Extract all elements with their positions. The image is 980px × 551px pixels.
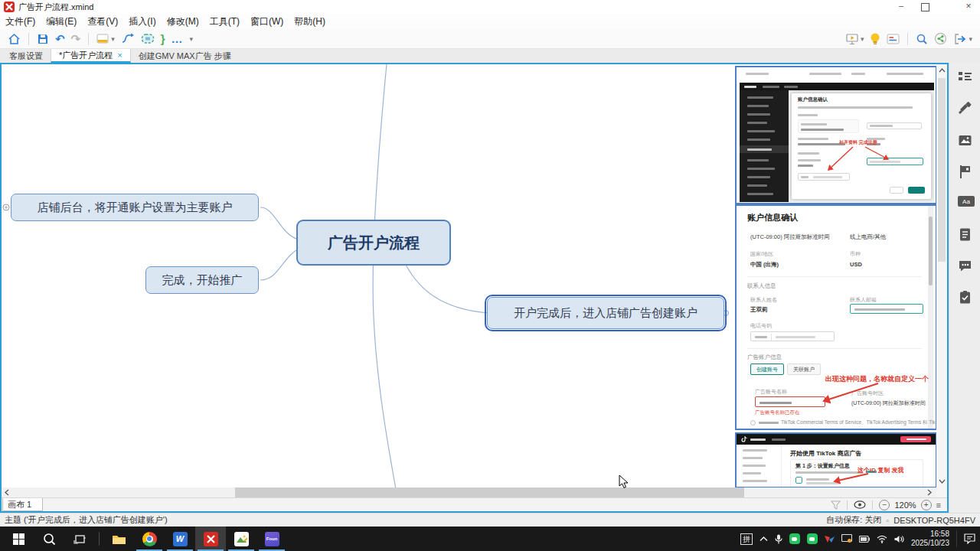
chrome-button[interactable]	[134, 527, 165, 551]
relationship-button[interactable]	[118, 31, 138, 47]
menu-tools[interactable]: 工具(T)	[204, 15, 245, 28]
summary-button[interactable]: }	[158, 31, 168, 47]
clock[interactable]: 16:58 2025/10/23	[911, 530, 949, 548]
notification-center-icon[interactable]	[964, 533, 975, 544]
toolbar-overflow-button[interactable]: ▾	[187, 31, 197, 47]
file-explorer-button[interactable]	[103, 527, 134, 551]
device-name: DESKTOP-RQ5H4FV	[893, 516, 975, 525]
taskbar-search-button[interactable]	[34, 527, 64, 551]
zoom-in-button[interactable]: +	[921, 500, 932, 510]
scroll-left-icon[interactable]	[4, 489, 10, 496]
boundary-button[interactable]	[138, 31, 158, 47]
horizontal-scroll-thumb[interactable]	[235, 487, 744, 497]
windows-logo-icon	[13, 533, 24, 545]
relationship-icon	[121, 33, 135, 44]
export-button[interactable]: ▾	[950, 31, 975, 47]
close-button[interactable]: ×	[956, 1, 980, 11]
sheet-tab-canvas1[interactable]: 画布 1	[2, 498, 43, 511]
menu-help[interactable]: 帮助(H)	[289, 15, 331, 28]
topic-style-button[interactable]: ▾	[93, 31, 118, 47]
format-brush-icon[interactable]	[958, 102, 972, 116]
maximize-button[interactable]	[921, 3, 929, 11]
search-button[interactable]	[913, 31, 931, 47]
tab-customer-service[interactable]: 客服设置	[2, 49, 51, 63]
presentation-button[interactable]: ▾	[842, 31, 867, 47]
redo-button[interactable]: ↷	[68, 31, 84, 47]
vertical-scrollbar[interactable]	[936, 64, 947, 497]
label-aa-icon[interactable]: Aa	[958, 196, 975, 207]
menu-modify[interactable]: 修改(M)	[162, 15, 204, 28]
task-clipboard-icon[interactable]	[958, 290, 972, 305]
notes-document-icon[interactable]	[958, 227, 972, 242]
menu-window[interactable]: 窗口(W)	[245, 15, 289, 28]
topic-open-account-done[interactable]: 开户完成后，进入店铺广告创建账户	[487, 297, 724, 329]
zoom-out-button[interactable]: −	[879, 500, 890, 510]
scroll-up-icon[interactable]	[939, 67, 946, 73]
scroll-down-icon[interactable]	[939, 478, 946, 484]
mindmap-canvas[interactable]: 店铺后台，将开通账户设置为主要账户 完成，开始推广 广告开户流程 开户完成后，进…	[2, 64, 947, 497]
tray-expand-icon[interactable]	[760, 536, 768, 542]
window-title: 广告开户流程.xmind	[18, 2, 93, 13]
topic-label: 完成，开始推广	[162, 273, 243, 288]
xmind-taskbar-button[interactable]	[195, 527, 226, 551]
autosave-status: 自动保存: 关闭	[826, 514, 881, 526]
zoom-level: 120%	[894, 500, 916, 510]
presentation-icon	[845, 33, 859, 45]
start-button[interactable]	[3, 527, 34, 551]
home-icon	[8, 33, 21, 45]
zoom-fit-button[interactable]: ≡	[936, 500, 941, 510]
image-node-shop-ads-start[interactable]: 开始使用 TikTok 商店广告 第 1 步：设置账户信息 这个ID 复制 发我	[735, 432, 937, 488]
undo-button[interactable]: ↶	[52, 31, 68, 47]
more-markers-button[interactable]: …	[168, 31, 187, 47]
remote-screen-icon[interactable]	[841, 534, 852, 543]
sheet-tab-label: 画布 1	[8, 499, 31, 510]
save-button[interactable]	[34, 31, 52, 47]
menu-file[interactable]: 文件(F)	[0, 15, 41, 28]
eye-icon[interactable]	[854, 500, 866, 509]
title-bar: 广告开户流程.xmind – ×	[0, 0, 980, 14]
tab-close-icon[interactable]: ×	[117, 51, 122, 60]
menu-insert[interactable]: 插入(I)	[123, 15, 161, 28]
marker-flag-icon[interactable]	[958, 165, 972, 179]
notes-button[interactable]	[884, 31, 903, 47]
central-topic[interactable]: 广告开户流程	[296, 220, 451, 266]
status-dot-icon: ◦	[886, 516, 889, 525]
filter-icon[interactable]	[831, 500, 841, 510]
scroll-right-icon[interactable]	[926, 489, 933, 496]
note-card-icon	[887, 34, 900, 44]
blue-w-app-button[interactable]: W	[165, 527, 195, 551]
image-icon[interactable]	[958, 133, 972, 148]
microphone-icon[interactable]	[775, 534, 782, 544]
tab-gmv-max-steps[interactable]: 创建GMV MAX广告 步骤	[131, 49, 239, 63]
image-node-account-confirm-modal[interactable]: 账户信息确认 补齐资料 完成注册	[735, 66, 937, 204]
outline-structure-icon[interactable]	[958, 70, 972, 85]
task-view-button[interactable]	[64, 527, 95, 551]
vertical-scroll-thumb[interactable]	[938, 78, 946, 262]
dark-sidebar	[740, 90, 789, 202]
menu-view[interactable]: 查看(V)	[82, 15, 123, 28]
minimize-button[interactable]: –	[888, 1, 914, 10]
central-topic-label: 广告开户流程	[328, 233, 420, 253]
battery-icon[interactable]	[859, 536, 870, 543]
volume-icon[interactable]	[894, 535, 904, 543]
idea-button[interactable]	[867, 31, 884, 47]
colored-v-app-icon[interactable]	[825, 535, 835, 543]
foun-app-button[interactable]: Foun	[256, 527, 287, 551]
image-node-account-confirm-detail[interactable]: 账户信息确认 (UTC-09:00) 阿拉斯加标准时间 线上电商/其他 国家/地…	[735, 204, 937, 430]
wechat-icon-2[interactable]	[807, 533, 818, 544]
topic-label: 店铺后台，将开通账户设置为主要账户	[38, 201, 233, 215]
tab-ad-account-flow[interactable]: *广告开户流程 ×	[51, 49, 131, 63]
ime-indicator[interactable]: 拼	[740, 533, 753, 545]
menu-edit[interactable]: 编辑(E)	[41, 15, 82, 28]
comment-icon[interactable]	[958, 259, 972, 273]
wifi-icon[interactable]	[877, 535, 887, 543]
topic-finish-promote[interactable]: 完成，开始推广	[145, 266, 259, 294]
search-icon	[916, 33, 928, 45]
topic-shop-backend[interactable]: 店铺后台，将开通账户设置为主要账户	[11, 194, 259, 221]
image-editor-button[interactable]	[226, 527, 256, 551]
home-button[interactable]	[5, 31, 24, 47]
share-button[interactable]	[931, 31, 950, 47]
horizontal-scrollbar[interactable]	[2, 487, 936, 497]
tiktok-shop-header	[740, 83, 934, 90]
wechat-icon[interactable]	[789, 533, 800, 544]
